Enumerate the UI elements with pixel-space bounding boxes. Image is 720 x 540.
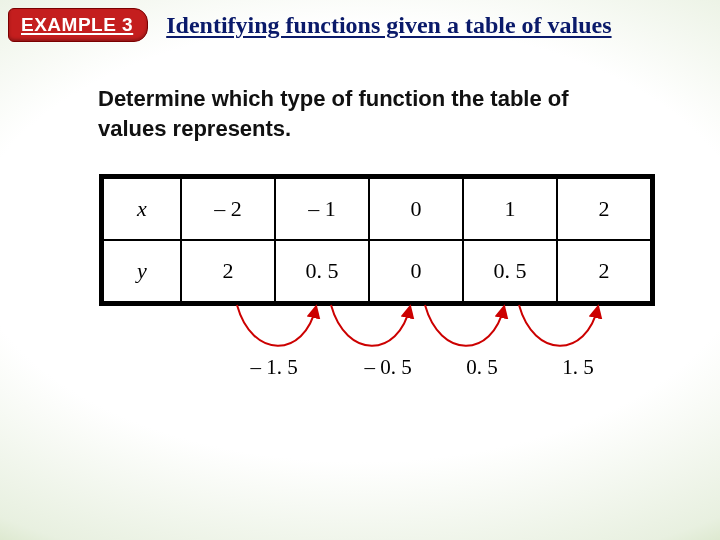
diff-value: 1. 5 (562, 355, 594, 380)
diff-value: 0. 5 (466, 355, 498, 380)
values-table: x – 2 – 1 0 1 2 y 2 0. 5 0 0. 5 2 (102, 177, 652, 303)
prompt-text: Determine which type of function the tab… (98, 84, 638, 143)
page-title: Identifying functions given a table of v… (166, 12, 611, 39)
differences-row: – 1. 5 – 0. 5 0. 5 1. 5 (102, 355, 650, 381)
cell: 0 (369, 240, 463, 302)
table-row: y 2 0. 5 0 0. 5 2 (103, 240, 651, 302)
diff-value: – 1. 5 (250, 355, 297, 380)
table-wrap: x – 2 – 1 0 1 2 y 2 0. 5 0 0. 5 2 (102, 177, 650, 303)
cell: – 2 (181, 178, 275, 240)
cell: 2 (557, 240, 651, 302)
example-pill: EXAMPLE 3 (8, 8, 148, 42)
row-label-y: y (103, 240, 181, 302)
row-label-x: x (103, 178, 181, 240)
cell: – 1 (275, 178, 369, 240)
cell: 0. 5 (463, 240, 557, 302)
cell: 2 (181, 240, 275, 302)
cell: 0 (369, 178, 463, 240)
cell: 2 (557, 178, 651, 240)
header: EXAMPLE 3 Identifying functions given a … (0, 0, 720, 48)
table-row: x – 2 – 1 0 1 2 (103, 178, 651, 240)
cell: 0. 5 (275, 240, 369, 302)
cell: 1 (463, 178, 557, 240)
diff-value: – 0. 5 (364, 355, 411, 380)
content: Determine which type of function the tab… (0, 48, 720, 381)
